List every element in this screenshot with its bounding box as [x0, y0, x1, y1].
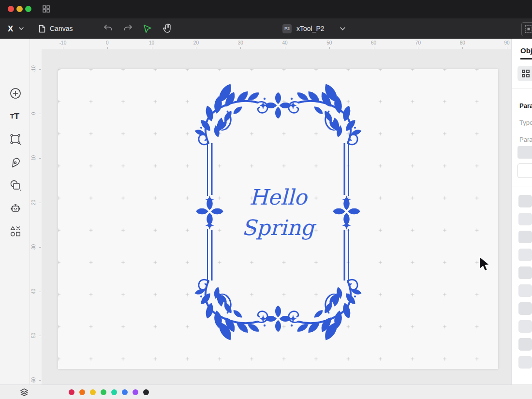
object-tab[interactable]: Obje [520, 46, 532, 55]
vruler-label: 60 [31, 375, 36, 385]
document-icon [39, 25, 45, 33]
vruler-tick [39, 158, 41, 159]
hruler-label: 20 [191, 40, 201, 45]
close-button[interactable] [8, 6, 14, 12]
parameter-row-placeholder[interactable] [518, 338, 532, 351]
hruler-tick [418, 47, 418, 49]
parameter-input[interactable] [517, 163, 532, 178]
submenu-indicator [20, 189, 21, 191]
bottom-bar [0, 384, 532, 399]
hruler-tick [107, 47, 108, 49]
vruler-tick [39, 380, 41, 381]
device-chevron-down-icon[interactable] [340, 27, 345, 30]
app-grid-icon[interactable] [43, 5, 50, 13]
design-text-line2: Spring [198, 212, 358, 243]
hruler-label: 0 [103, 40, 112, 45]
hruler-tick [462, 47, 463, 49]
parameter-row-placeholder[interactable] [518, 302, 532, 315]
color-swatch[interactable] [111, 389, 117, 395]
add-tool-icon[interactable] [10, 88, 21, 99]
xtool-creative-space-window: X Canvas P2 xTool_P2 [0, 0, 532, 399]
parameter-row-placeholder[interactable] [518, 249, 532, 261]
select-cursor-icon[interactable] [143, 24, 152, 33]
app-logo[interactable]: X [8, 18, 13, 39]
minimize-button[interactable] [16, 6, 23, 12]
undo-icon[interactable] [103, 24, 113, 33]
color-swatch[interactable] [101, 389, 106, 395]
hruler-tick [507, 47, 507, 49]
hruler-tick [196, 47, 196, 49]
vruler-label: 30 [31, 242, 36, 251]
vruler-label: -10 [31, 64, 36, 74]
vruler-tick [39, 69, 41, 70]
vruler-label: 10 [31, 153, 36, 163]
device-name[interactable]: xTool_P2 [296, 18, 325, 39]
hruler-label: 90 [502, 40, 512, 45]
hruler-label: -10 [58, 40, 68, 45]
canvas-tab[interactable]: Canvas [50, 18, 73, 39]
zoom-button[interactable] [25, 6, 31, 12]
hruler-tick [152, 47, 152, 49]
vruler-label: 40 [31, 286, 36, 296]
vruler-tick [39, 247, 41, 248]
object-thumbnail[interactable] [517, 66, 532, 81]
parameter-row-placeholder[interactable] [518, 266, 532, 279]
mouse-cursor [479, 256, 491, 273]
hruler-label: 60 [369, 40, 379, 45]
horizontal-ruler: -100102030405060708090 [30, 39, 511, 49]
pen-tool-icon[interactable] [10, 157, 21, 168]
pan-hand-icon[interactable] [163, 23, 172, 33]
logo-chevron-down-icon[interactable] [19, 27, 24, 30]
design-text-line1: Hello [198, 182, 358, 212]
text-tool-icon[interactable]: TT [10, 110, 21, 122]
vruler-tick [39, 292, 41, 292]
color-swatch[interactable] [122, 389, 128, 395]
parameter-row-placeholder[interactable] [518, 320, 532, 333]
transform-tool-icon[interactable] [10, 133, 21, 145]
hruler-label: 10 [147, 40, 157, 45]
hruler-tick [240, 47, 241, 49]
qr-grid-icon [522, 70, 531, 77]
vruler-label: 0 [31, 108, 36, 118]
color-swatch[interactable] [79, 389, 85, 395]
elements-tool-icon[interactable] [10, 225, 21, 237]
layers-icon[interactable] [20, 388, 29, 397]
vertical-ruler: -100102030405060 [30, 49, 42, 384]
vruler-label: 50 [31, 331, 36, 340]
hruler-label: 80 [458, 40, 467, 45]
parameter-row-placeholder[interactable] [518, 213, 532, 225]
tool-sidebar: TT [0, 39, 30, 384]
color-swatch[interactable] [133, 389, 138, 395]
svg-text:T: T [14, 112, 19, 121]
submenu-indicator [20, 143, 21, 145]
frame-capture-icon [525, 25, 532, 33]
vruler-label: 20 [31, 197, 36, 207]
color-swatch[interactable] [90, 389, 96, 395]
color-swatch[interactable] [69, 389, 74, 395]
parameter-field-label: Para [519, 136, 532, 143]
color-swatch[interactable] [143, 389, 149, 395]
shapes-tool-icon[interactable] [10, 179, 21, 191]
hruler-tick [329, 47, 330, 49]
ai-robot-tool-icon[interactable] [10, 203, 21, 214]
redo-icon[interactable] [123, 24, 133, 33]
object-tab-underline [520, 58, 532, 59]
panel-divider [512, 187, 532, 187]
hruler-label: 30 [236, 40, 245, 45]
parameter-row-placeholder[interactable] [518, 356, 532, 369]
vruler-tick [39, 336, 41, 336]
vruler-tick [39, 203, 41, 203]
hruler-tick [374, 47, 374, 49]
parameter-row-placeholder[interactable] [518, 231, 532, 243]
vruler-tick [39, 114, 41, 114]
parameter-row-placeholder[interactable] [518, 284, 532, 297]
type-select[interactable] [517, 146, 532, 159]
type-field-label: Type [519, 119, 532, 126]
design-text[interactable]: Hello Spring [198, 182, 358, 243]
hruler-label: 40 [280, 40, 290, 45]
hruler-label: 70 [413, 40, 423, 45]
panel-divider [512, 88, 532, 89]
frame-capture-button[interactable] [521, 22, 532, 36]
parameter-row-placeholder[interactable] [518, 195, 532, 207]
hruler-tick [285, 47, 285, 49]
